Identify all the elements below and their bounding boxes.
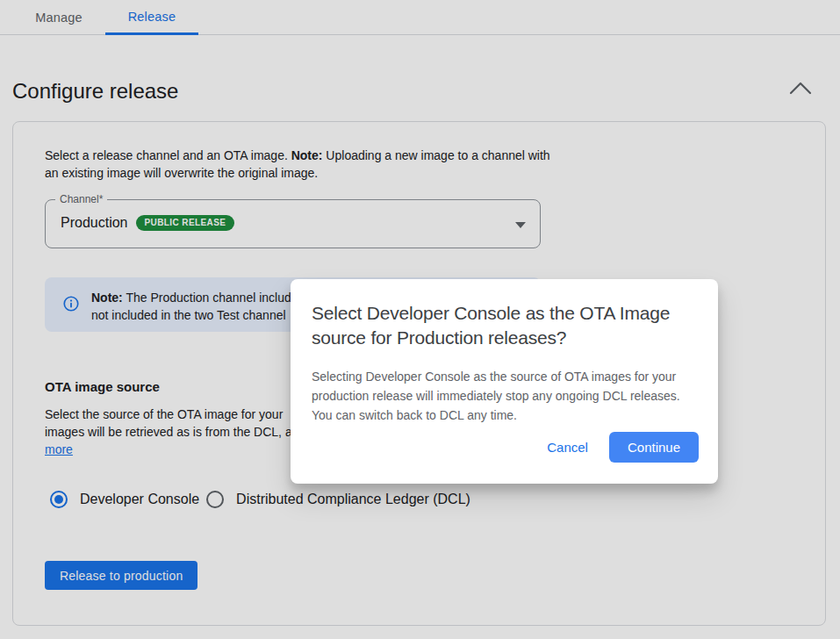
dialog-actions: Cancel Continue — [538, 432, 699, 463]
confirm-source-dialog: Select Developer Console as the OTA Imag… — [291, 279, 718, 484]
cancel-button[interactable]: Cancel — [538, 434, 597, 460]
dialog-title: Select Developer Console as the OTA Imag… — [312, 301, 700, 350]
dialog-body: Selecting Developer Console as the sourc… — [312, 367, 700, 425]
continue-button[interactable]: Continue — [609, 432, 699, 463]
